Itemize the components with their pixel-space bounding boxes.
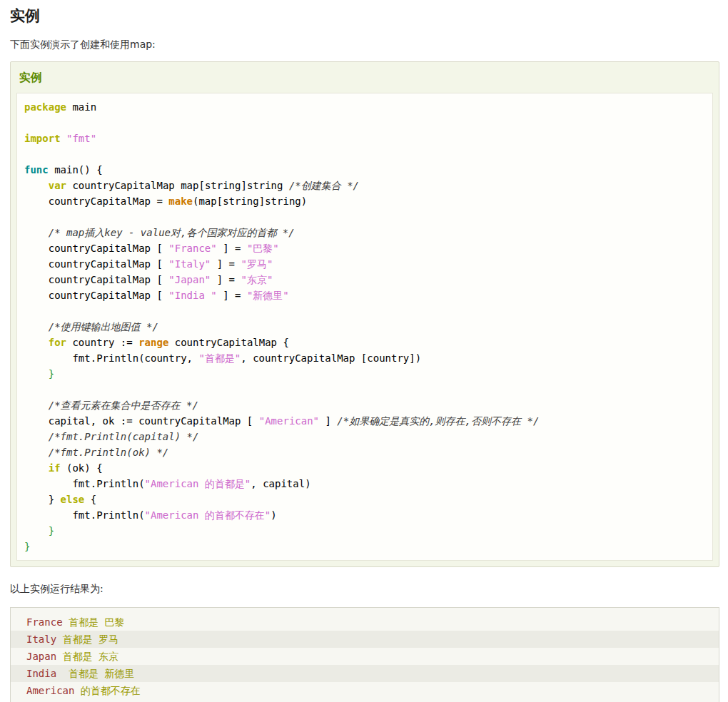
code-line bbox=[24, 115, 705, 131]
output-line: American 的首都不存在 bbox=[11, 682, 719, 699]
output-line: Japan 首都是 东京 bbox=[11, 648, 719, 665]
code-line bbox=[24, 303, 705, 319]
example-box-title: 实例 bbox=[19, 71, 713, 86]
code-line: /*fmt.Println(capital) */ bbox=[24, 429, 705, 444]
page: 实例 下面实例演示了创建和使用map: 实例 package main impo… bbox=[0, 0, 728, 702]
code-line: if (ok) { bbox=[24, 460, 705, 476]
code-line: } bbox=[24, 539, 705, 554]
code-line: fmt.Println(country, "首都是", countryCapit… bbox=[24, 350, 705, 366]
code-line: for country := range countryCapitalMap { bbox=[24, 335, 705, 350]
code-line: /*fmt.Println(ok) */ bbox=[24, 444, 705, 460]
code-line bbox=[24, 209, 705, 225]
result-label: 以上实例运行结果为: bbox=[10, 583, 719, 596]
code-line: /*查看元素在集合中是否存在 */ bbox=[24, 397, 705, 413]
code-line: package main bbox=[24, 99, 705, 115]
code-line: capital, ok := countryCapitalMap [ "Amer… bbox=[24, 413, 705, 429]
page-title: 实例 bbox=[10, 6, 719, 26]
code-line bbox=[24, 146, 705, 162]
output-line: Italy 首都是 罗马 bbox=[11, 631, 719, 648]
output-line: France 首都是 巴黎 bbox=[11, 614, 719, 631]
code-line: countryCapitalMap [ "India " ] = "新德里" bbox=[24, 288, 705, 303]
code-line: countryCapitalMap [ "Japan" ] = "东京" bbox=[24, 272, 705, 288]
code-line: fmt.Println("American 的首都不存在") bbox=[24, 507, 705, 523]
example-box: 实例 package main import "fmt" func main()… bbox=[10, 61, 719, 567]
code-line: fmt.Println("American 的首都是", capital) bbox=[24, 476, 705, 492]
code-line: var countryCapitalMap map[string]string … bbox=[24, 178, 705, 193]
code-line bbox=[24, 382, 705, 397]
code-line: import "fmt" bbox=[24, 131, 705, 146]
code-line: } bbox=[24, 366, 705, 382]
code-line: func main() { bbox=[24, 162, 705, 178]
code-line: } else { bbox=[24, 492, 705, 507]
intro-text: 下面实例演示了创建和使用map: bbox=[10, 39, 719, 51]
code-line: countryCapitalMap [ "Italy" ] = "罗马" bbox=[24, 256, 705, 272]
code-line: /*使用键输出地图值 */ bbox=[24, 319, 705, 335]
code-line: /* map插入key - value对,各个国家对应的首都 */ bbox=[24, 225, 705, 240]
code-line: } bbox=[24, 523, 705, 539]
code-block: package main import "fmt" func main() { … bbox=[16, 93, 713, 561]
output-line: India 首都是 新德里 bbox=[11, 665, 719, 682]
code-line: countryCapitalMap [ "France" ] = "巴黎" bbox=[24, 240, 705, 256]
output-box: France 首都是 巴黎Italy 首都是 罗马Japan 首都是 东京Ind… bbox=[10, 607, 719, 702]
code-line: countryCapitalMap = make(map[string]stri… bbox=[24, 193, 705, 209]
